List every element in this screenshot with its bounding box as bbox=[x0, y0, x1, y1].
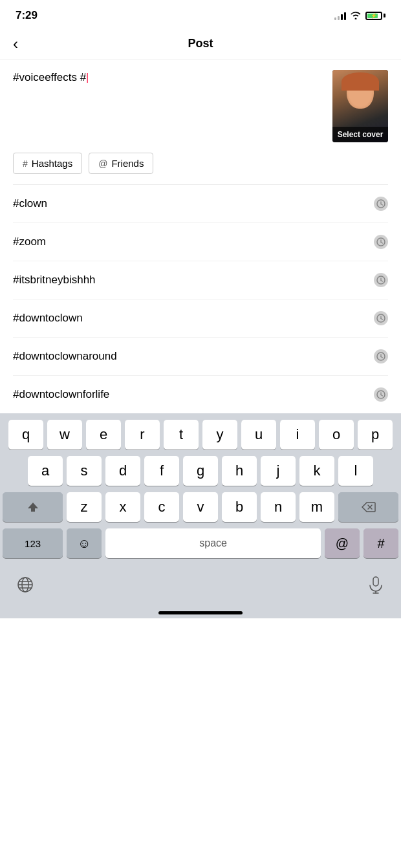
at-icon: @ bbox=[98, 158, 107, 169]
key-y[interactable]: y bbox=[202, 420, 237, 450]
home-indicator bbox=[0, 606, 401, 618]
numbers-key[interactable]: 123 bbox=[3, 528, 63, 558]
list-item[interactable]: #zoom bbox=[13, 223, 388, 261]
key-a[interactable]: a bbox=[28, 456, 63, 486]
key-k[interactable]: k bbox=[299, 456, 334, 486]
suggestion-text: #clown bbox=[13, 197, 47, 210]
svg-rect-25 bbox=[373, 577, 378, 586]
suggestion-text: #downtoclown bbox=[13, 312, 83, 325]
clock-icon bbox=[374, 235, 388, 249]
key-v[interactable]: v bbox=[183, 492, 218, 522]
svg-line-14 bbox=[381, 357, 383, 358]
signal-icon bbox=[334, 11, 346, 20]
key-z[interactable]: z bbox=[67, 492, 102, 522]
key-m[interactable]: m bbox=[299, 492, 334, 522]
svg-line-17 bbox=[381, 395, 383, 396]
key-t[interactable]: t bbox=[164, 420, 199, 450]
suggestion-text: #itsbritneybishhh bbox=[13, 274, 96, 287]
hashtags-button[interactable]: # Hashtags bbox=[13, 153, 82, 174]
action-buttons: # Hashtags @ Friends bbox=[0, 153, 401, 184]
page-container: 7:29 ⚡ ‹ Post #voiceeff bbox=[0, 0, 401, 868]
clock-icon bbox=[374, 349, 388, 363]
svg-line-11 bbox=[381, 319, 383, 320]
globe-button[interactable] bbox=[10, 570, 40, 600]
key-u[interactable]: u bbox=[241, 420, 276, 450]
suggestion-text: #downtoclownforlife bbox=[13, 388, 109, 401]
list-item[interactable]: #downtoclownaround bbox=[13, 338, 388, 376]
cover-thumbnail[interactable]: Select cover bbox=[332, 70, 388, 142]
key-row-4: 123 ☺ space @ # bbox=[3, 528, 398, 558]
key-s[interactable]: s bbox=[67, 456, 102, 486]
key-e[interactable]: e bbox=[86, 420, 121, 450]
header: ‹ Post bbox=[0, 28, 401, 60]
caption-input[interactable]: #voiceeffects #| bbox=[13, 70, 325, 85]
key-b[interactable]: b bbox=[222, 492, 257, 522]
back-button[interactable]: ‹ bbox=[13, 36, 18, 52]
key-row-3: z x c v b n m bbox=[3, 492, 398, 522]
svg-line-8 bbox=[381, 281, 383, 282]
key-x[interactable]: x bbox=[105, 492, 140, 522]
key-d[interactable]: d bbox=[105, 456, 140, 486]
text-cursor: | bbox=[86, 71, 89, 83]
key-c[interactable]: c bbox=[144, 492, 179, 522]
suggestion-text: #zoom bbox=[13, 235, 46, 248]
hash-key[interactable]: # bbox=[363, 528, 398, 558]
at-key[interactable]: @ bbox=[325, 528, 360, 558]
emoji-key[interactable]: ☺ bbox=[67, 528, 102, 558]
hashtags-label: Hashtags bbox=[32, 158, 72, 169]
key-h[interactable]: h bbox=[222, 456, 257, 486]
caption-area: #voiceeffects #| Select cover bbox=[0, 60, 401, 153]
key-r[interactable]: r bbox=[125, 420, 160, 450]
shift-key[interactable] bbox=[3, 492, 63, 522]
list-item[interactable]: #downtoclownforlife bbox=[13, 376, 388, 413]
suggestion-text: #downtoclownaround bbox=[13, 350, 117, 363]
key-f[interactable]: f bbox=[144, 456, 179, 486]
key-p[interactable]: p bbox=[358, 420, 393, 450]
header-title: Post bbox=[188, 37, 213, 50]
keyboard-rows: q w e r t y u i o p a s d f g h j k bbox=[0, 413, 401, 567]
clock-icon bbox=[374, 387, 388, 402]
svg-line-2 bbox=[381, 204, 383, 206]
battery-icon: ⚡ bbox=[365, 12, 385, 20]
cover-label: Select cover bbox=[332, 127, 388, 142]
keyboard-bottom bbox=[0, 567, 401, 606]
home-bar bbox=[158, 611, 243, 614]
key-i[interactable]: i bbox=[280, 420, 315, 450]
key-g[interactable]: g bbox=[183, 456, 218, 486]
key-l[interactable]: l bbox=[338, 456, 373, 486]
key-j[interactable]: j bbox=[261, 456, 296, 486]
backspace-key[interactable] bbox=[338, 492, 398, 522]
friends-label: Friends bbox=[111, 158, 144, 169]
wifi-icon bbox=[350, 10, 362, 21]
key-n[interactable]: n bbox=[261, 492, 296, 522]
space-key[interactable]: space bbox=[105, 528, 321, 558]
suggestion-list: #clown #zoom #itsbritneybishhh bbox=[0, 185, 401, 413]
key-row-2: a s d f g h j k l bbox=[3, 456, 398, 486]
key-o[interactable]: o bbox=[319, 420, 354, 450]
mic-button[interactable] bbox=[361, 570, 391, 600]
list-item[interactable]: #clown bbox=[13, 185, 388, 223]
friends-button[interactable]: @ Friends bbox=[89, 153, 153, 174]
list-item[interactable]: #downtoclown bbox=[13, 299, 388, 338]
status-bar: 7:29 ⚡ bbox=[0, 0, 401, 28]
svg-line-5 bbox=[381, 243, 383, 244]
key-row-1: q w e r t y u i o p bbox=[3, 420, 398, 450]
hashtag-icon: # bbox=[23, 158, 28, 169]
keyboard[interactable]: q w e r t y u i o p a s d f g h j k bbox=[0, 413, 401, 618]
clock-icon bbox=[374, 273, 388, 287]
clock-icon bbox=[374, 311, 388, 325]
status-icons: ⚡ bbox=[334, 10, 385, 21]
caption-text-content: #voiceeffects # bbox=[13, 71, 86, 83]
key-w[interactable]: w bbox=[47, 420, 82, 450]
status-time: 7:29 bbox=[16, 9, 38, 22]
key-q[interactable]: q bbox=[8, 420, 43, 450]
list-item[interactable]: #itsbritneybishhh bbox=[13, 261, 388, 299]
clock-icon bbox=[374, 197, 388, 211]
